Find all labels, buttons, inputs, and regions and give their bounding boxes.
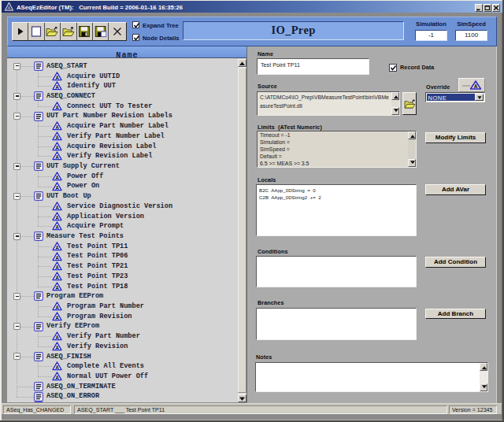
svg-text:A: A (55, 254, 59, 260)
svg-text:A: A (55, 345, 59, 350)
svg-text:A: A (55, 224, 59, 230)
svg-text:A: A (55, 104, 59, 109)
svg-text:A: A (55, 244, 59, 250)
svg-text:A: A (55, 74, 59, 80)
svg-text:A: A (55, 205, 59, 210)
svg-text:A: A (55, 84, 59, 90)
svg-text:A: A (55, 124, 59, 130)
svg-text:A: A (7, 6, 11, 10)
svg-text:A: A (55, 174, 59, 180)
svg-text:A: A (55, 265, 59, 270)
svg-text:A: A (55, 135, 59, 140)
svg-text:A: A (55, 184, 59, 190)
svg-text:A: A (55, 154, 59, 160)
svg-text:A: A (55, 335, 59, 340)
svg-text:A: A (55, 214, 59, 220)
svg-text:A: A (55, 305, 59, 310)
svg-text:A: A (55, 375, 59, 380)
svg-text:A: A (55, 144, 59, 150)
svg-text:A: A (55, 365, 59, 370)
svg-text:A: A (55, 275, 59, 280)
svg-text:A: A (55, 314, 59, 320)
svg-text:A: A (474, 83, 478, 89)
svg-text:A: A (55, 284, 59, 290)
